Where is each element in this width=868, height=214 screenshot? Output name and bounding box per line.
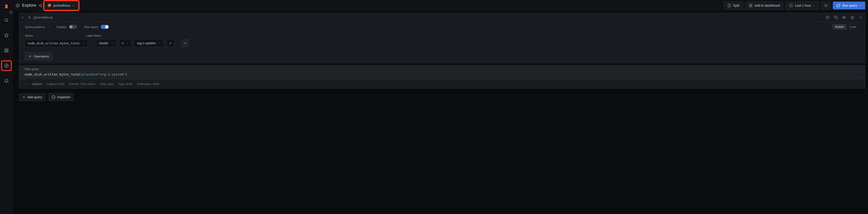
label-key-select[interactable]: cluster: [96, 39, 117, 47]
chevron-down-icon: [111, 42, 114, 44]
svg-line-15: [40, 6, 41, 6]
mode-builder[interactable]: Builder: [833, 24, 847, 29]
options-type: Type: Both: [118, 82, 132, 86]
options-format: Format: Time series: [69, 82, 95, 86]
nav-explore[interactable]: [2, 61, 11, 70]
add-filter-button[interactable]: [181, 39, 189, 47]
options-label[interactable]: Options: [32, 82, 42, 86]
nav-starred[interactable]: [2, 31, 11, 40]
query-ref-id: A: [28, 16, 30, 19]
nav-alerting[interactable]: [2, 76, 11, 85]
svg-rect-18: [749, 4, 750, 5]
duplicate-query-button[interactable]: [833, 15, 838, 20]
svg-line-24: [827, 6, 828, 7]
add-to-dashboard-button[interactable]: Add to dashboard: [745, 2, 783, 9]
run-query-button[interactable]: Run query: [833, 2, 865, 9]
query-row-header: A (prometheus): [19, 13, 865, 22]
operations-label: Operations: [34, 55, 49, 58]
drag-handle[interactable]: [858, 15, 863, 20]
expand-options-button[interactable]: [25, 83, 27, 85]
rawquery-toggle[interactable]: [101, 25, 109, 29]
rawquery-label: Raw query: [84, 25, 98, 29]
svg-point-33: [861, 17, 861, 18]
svg-line-1: [7, 21, 8, 22]
svg-point-11: [41, 4, 42, 5]
nav-dashboards[interactable]: [2, 46, 11, 55]
builder-selectors-row: node_disk_written_bytes_total cluster = …: [19, 38, 865, 50]
label-op-value: =: [122, 41, 124, 45]
nav-search[interactable]: [2, 16, 11, 25]
svg-marker-8: [5, 65, 7, 67]
expand-nav-button[interactable]: [9, 10, 13, 15]
svg-point-13: [41, 6, 42, 7]
query-footer-buttons: Add query Inspector: [19, 93, 865, 101]
add-to-dashboard-label: Add to dashboard: [754, 4, 780, 7]
editor-mode-switch: Builder Code: [832, 24, 859, 30]
filters-section-label: Label filters: [86, 34, 101, 37]
svg-point-29: [844, 17, 844, 18]
options-step: Step: auto: [100, 82, 114, 86]
sync-icon: [836, 3, 840, 7]
inspector-label: Inspector: [57, 95, 70, 99]
svg-rect-20: [751, 6, 752, 7]
toggle-visibility-button[interactable]: [842, 15, 847, 20]
builder-section-labels: Metric Label filters: [19, 32, 865, 38]
rawquery-toggle-group[interactable]: Raw query: [84, 25, 109, 29]
label-value-value: org-1-system: [137, 41, 156, 45]
share-icon[interactable]: [38, 3, 42, 7]
svg-point-31: [861, 16, 861, 17]
add-query-button[interactable]: Add query: [19, 93, 45, 101]
options-exemplars: Exemplars: false: [137, 82, 159, 86]
add-operations-button[interactable]: Operations: [25, 52, 53, 60]
chevron-down-icon: [82, 42, 85, 44]
datasource-picker[interactable]: prometheus: [45, 2, 78, 9]
svg-point-7: [4, 64, 8, 68]
svg-point-9: [16, 4, 20, 7]
svg-rect-4: [7, 49, 8, 50]
svg-rect-5: [7, 51, 8, 52]
explain-label: Explain: [57, 25, 67, 29]
zoom-out-button[interactable]: [822, 2, 831, 9]
prometheus-icon: [48, 4, 52, 7]
explain-toggle-group[interactable]: Explain: [57, 25, 77, 29]
label-op-select[interactable]: =: [119, 39, 131, 47]
apps-icon: [749, 3, 753, 7]
columns-icon: [727, 3, 731, 7]
explain-toggle[interactable]: [69, 25, 77, 29]
split-label: Split: [733, 4, 739, 7]
svg-rect-19: [751, 4, 752, 5]
svg-point-12: [39, 5, 40, 6]
datasource-picker-highlight: prometheus: [45, 2, 78, 9]
svg-point-30: [860, 16, 861, 17]
time-range-picker[interactable]: Last 1 hour: [785, 2, 819, 9]
top-toolbar: Explore prometheus Split Add to dashboar…: [13, 0, 868, 11]
svg-rect-3: [5, 49, 6, 50]
explore-main: A (prometheus) Query patterns Explain Ra…: [16, 13, 868, 214]
chevron-down-icon: [859, 4, 862, 7]
chevron-down-icon: [72, 4, 75, 7]
inspector-button[interactable]: Inspector: [48, 93, 74, 101]
label-value-select[interactable]: org-1-system: [134, 39, 164, 47]
left-nav-rail: [0, 0, 13, 214]
query-patterns-dropdown[interactable]: Query patterns: [25, 25, 50, 29]
svg-rect-28: [835, 17, 837, 19]
info-icon: [52, 95, 55, 99]
compass-icon: [16, 3, 20, 7]
query-ds-hint: (prometheus): [34, 16, 53, 19]
svg-point-32: [860, 17, 861, 18]
remove-filter-button[interactable]: [166, 39, 174, 47]
grafana-logo[interactable]: [3, 3, 10, 10]
split-button[interactable]: Split: [724, 2, 743, 9]
raw-query-label: Raw query: [25, 67, 860, 71]
add-query-label: Add query: [27, 95, 42, 99]
mode-code[interactable]: Code: [847, 24, 859, 29]
metric-select[interactable]: node_disk_written_bytes_total: [25, 39, 88, 47]
collapse-query-button[interactable]: [21, 16, 25, 19]
datasource-name: prometheus: [53, 4, 70, 7]
query-patterns-label: Query patterns: [25, 25, 45, 29]
query-toolbar: Query patterns Explain Raw query Builder…: [19, 22, 865, 32]
metric-value: node_disk_written_bytes_total: [28, 41, 80, 45]
query-help-button[interactable]: [825, 15, 830, 20]
time-range-label: Last 1 hour: [795, 4, 811, 7]
delete-query-button[interactable]: [850, 15, 855, 20]
